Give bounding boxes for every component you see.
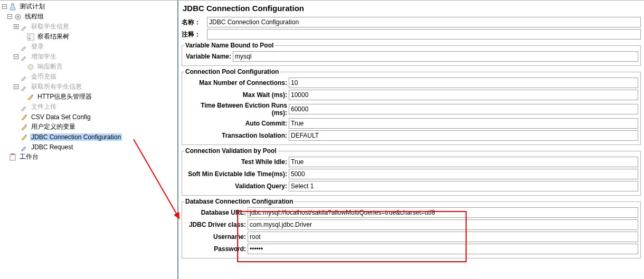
tree-node[interactable]: 察看结果树 <box>0 32 177 42</box>
evict-label: Time Between Eviction Runs (ms): <box>184 102 289 117</box>
legend-validation: Connection Validation by Pool <box>184 147 278 155</box>
fieldset-validation: Connection Validation by Pool Test While… <box>182 147 641 196</box>
vquery-input[interactable] <box>289 181 638 191</box>
wrench-icon <box>20 133 29 141</box>
tree-node[interactable]: HTTP信息头管理器 <box>0 92 177 102</box>
legend-database: Database Connection Configuration <box>184 198 295 205</box>
autocommit-label: Auto Commit: <box>184 120 289 127</box>
tree-node[interactable]: 增加学生 <box>0 52 177 62</box>
legend-pool: Connection Pool Configuration <box>184 68 280 75</box>
tree-node[interactable]: CSV Data Set Config <box>0 112 177 122</box>
dropper-icon <box>20 103 29 111</box>
txiso-label: Transaction Isolation: <box>184 132 289 139</box>
password-label: Password: <box>184 245 248 253</box>
svg-rect-11 <box>29 37 31 39</box>
tree-node[interactable]: 获取所有学生信息 <box>0 82 177 92</box>
tree-label: 线程组 <box>24 12 45 21</box>
fieldset-database: Database Connection Configuration Databa… <box>182 198 641 258</box>
maxconn-input[interactable] <box>289 78 638 88</box>
tree-node[interactable]: 登录 <box>0 42 177 52</box>
tree-node[interactable]: 响应断言 <box>0 62 177 72</box>
tree-label: 察看结果树 <box>36 32 70 41</box>
tree-label: 文件上传 <box>30 102 58 111</box>
autocommit-input[interactable] <box>289 118 638 129</box>
tree-label: 响应断言 <box>36 62 64 71</box>
svg-point-14 <box>28 64 33 70</box>
softmin-input[interactable] <box>289 169 638 179</box>
tree-label: 工作台 <box>18 152 40 161</box>
tree-label: CSV Data Set Config <box>30 113 92 121</box>
dropper-icon <box>20 73 29 81</box>
panel-title: JDBC Connection Configuration <box>182 2 644 17</box>
comment-row: 注释： <box>182 29 644 40</box>
tree-label: HTTP信息头管理器 <box>36 92 93 101</box>
result-tree-icon <box>26 33 35 41</box>
vquery-label: Validation Query: <box>184 182 289 190</box>
tree-node[interactable]: 文件上传 <box>0 102 177 112</box>
wrench-icon <box>20 123 29 131</box>
tree-label: 测试计划 <box>18 2 46 11</box>
tree-label: JDBC Request <box>30 143 74 151</box>
tree-label: 用户定义的变量 <box>30 122 77 131</box>
expand-toggle-icon[interactable] <box>2 4 7 9</box>
softmin-label: Soft Min Evictable Idle Time(ms): <box>184 170 289 178</box>
txiso-input[interactable] <box>289 130 638 141</box>
name-label: 名称： <box>182 18 207 27</box>
testidle-input[interactable] <box>289 157 638 167</box>
expand-toggle-icon[interactable] <box>14 84 18 89</box>
dburl-input[interactable] <box>248 207 638 218</box>
dropper-icon <box>20 23 29 31</box>
tree-label: 登录 <box>30 42 45 51</box>
tree-node-threadgroup[interactable]: 线程组 <box>0 12 177 22</box>
fieldset-pool: Connection Pool Configuration Max Number… <box>182 68 641 145</box>
comment-label: 注释： <box>182 30 207 39</box>
dropper-icon <box>20 43 29 51</box>
tree-label: 获取所有学生信息 <box>30 82 83 91</box>
name-row: 名称： <box>182 17 644 27</box>
assertion-icon <box>26 63 35 71</box>
maxwait-input[interactable] <box>289 90 638 100</box>
flask-icon <box>8 3 17 11</box>
tree[interactable]: 测试计划 线程组 获取学生信息 <box>0 2 177 162</box>
varname-label: Variable Name: <box>184 53 233 60</box>
tree-node-workbench[interactable]: 工作台 <box>0 152 177 162</box>
svg-point-5 <box>17 16 19 17</box>
driver-input[interactable] <box>248 219 638 230</box>
config-panel: JDBC Connection Configuration 名称： 注释： Va… <box>178 1 644 279</box>
fieldset-variable: Variable Name Bound to Pool Variable Nam… <box>182 42 641 66</box>
wrench-icon <box>20 113 29 121</box>
username-label: Username: <box>184 233 248 240</box>
tree-node-selected[interactable]: JDBC Connection Configuration <box>0 132 177 142</box>
tree-panel: 测试计划 线程组 获取学生信息 <box>0 1 178 279</box>
tree-label: 增加学生 <box>30 52 58 61</box>
expand-toggle-icon[interactable] <box>14 54 18 59</box>
dropper-icon <box>20 143 29 151</box>
expand-toggle-icon[interactable] <box>7 14 12 19</box>
gear-icon <box>14 13 22 21</box>
wrench-icon <box>26 93 35 101</box>
testidle-label: Test While Idle: <box>184 158 289 166</box>
svg-rect-9 <box>27 34 34 40</box>
svg-rect-18 <box>11 153 14 155</box>
tree-node[interactable]: JDBC Request <box>0 142 177 152</box>
comment-input[interactable] <box>207 29 641 40</box>
tree-node[interactable]: 金币充值 <box>0 72 177 82</box>
password-input[interactable] <box>248 244 638 254</box>
tree-label: JDBC Connection Configuration <box>30 133 122 141</box>
dropper-icon <box>20 83 29 91</box>
varname-input[interactable] <box>233 51 638 62</box>
tree-node-testplan[interactable]: 测试计划 <box>0 2 177 12</box>
driver-label: JDBC Driver class: <box>184 221 248 228</box>
clipboard-icon <box>8 153 17 161</box>
collapse-toggle-icon[interactable] <box>14 24 18 29</box>
name-input[interactable] <box>207 17 641 27</box>
tree-node[interactable]: 获取学生信息 <box>0 22 177 32</box>
maxconn-label: Max Number of Connections: <box>184 79 289 86</box>
evict-input[interactable] <box>289 104 638 114</box>
tree-label: 获取学生信息 <box>30 22 70 31</box>
tree-node[interactable]: 用户定义的变量 <box>0 122 177 132</box>
svg-rect-10 <box>29 35 31 36</box>
app-root: 测试计划 线程组 获取学生信息 <box>0 0 644 279</box>
tree-label: 金币充值 <box>30 72 58 81</box>
username-input[interactable] <box>248 232 638 242</box>
